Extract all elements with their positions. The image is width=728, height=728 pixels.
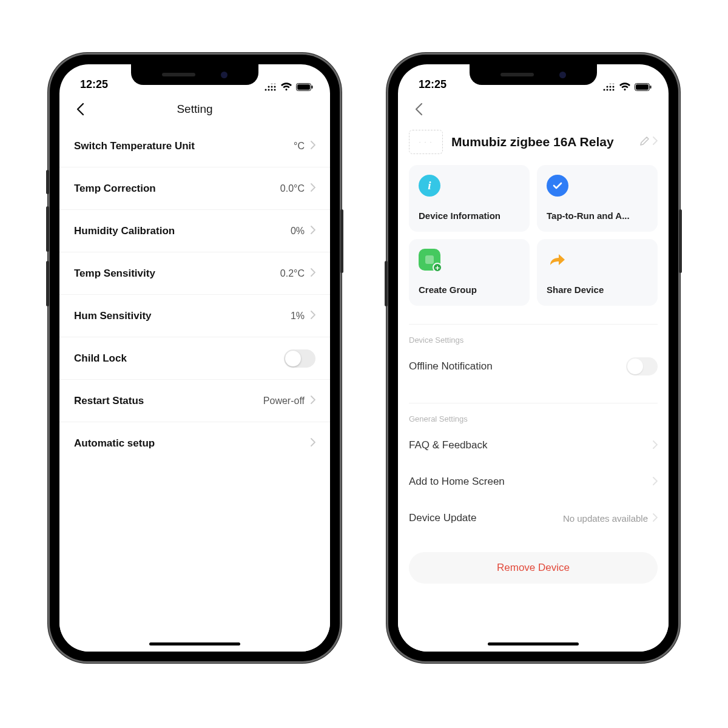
home-indicator[interactable] <box>149 642 240 645</box>
svg-point-0 <box>265 89 267 90</box>
row-value: 0.0°C <box>280 183 305 194</box>
svg-point-1 <box>268 89 270 90</box>
battery-icon <box>635 83 652 91</box>
nav-bar: Setting <box>59 93 330 125</box>
chevron-right-icon <box>311 141 315 152</box>
row-child-lock: Child Lock <box>59 337 330 380</box>
svg-point-6 <box>274 86 276 87</box>
status-time: 12:25 <box>419 78 447 91</box>
general-settings-section: General Settings FAQ & Feedback Add to H… <box>409 403 658 536</box>
row-add-home-screen[interactable]: Add to Home Screen <box>409 463 658 500</box>
home-indicator[interactable] <box>488 642 579 645</box>
svg-point-15 <box>613 89 615 90</box>
svg-point-20 <box>610 83 612 85</box>
row-restart-status[interactable]: Restart Status Power-off <box>59 380 330 422</box>
svg-rect-10 <box>297 84 310 90</box>
row-label: Hum Sensitivity <box>74 310 152 322</box>
row-device-update[interactable]: Device Update No updates available <box>409 500 658 536</box>
tile-create-group[interactable]: + Create Group <box>409 239 530 306</box>
child-lock-toggle[interactable] <box>284 349 315 368</box>
row-humidity-calibration[interactable]: Humidity Calibration 0% <box>59 210 330 252</box>
chevron-right-icon <box>311 183 315 194</box>
phone-frame-left: 12:25 Setting Switch Temperature <box>50 55 340 661</box>
chevron-right-icon <box>653 136 658 147</box>
offline-notification-toggle[interactable] <box>626 357 658 376</box>
svg-point-17 <box>610 86 612 87</box>
settings-list: Switch Temperature Unit °C Temp Correcti… <box>59 125 330 652</box>
chevron-right-icon <box>653 513 658 524</box>
notch <box>131 64 258 85</box>
row-offline-notification: Offline Notification <box>409 348 658 385</box>
row-label: Add to Home Screen <box>409 476 505 488</box>
svg-rect-22 <box>636 84 649 90</box>
group-icon: + <box>419 249 440 271</box>
wifi-icon <box>619 83 631 91</box>
phone-frame-right: 12:25 · · · Mumubiz zigbee 16A <box>388 55 678 661</box>
tile-label: Device Information <box>419 211 520 221</box>
chevron-right-icon <box>311 268 315 279</box>
section-header: General Settings <box>409 414 658 423</box>
row-hum-sensitivity[interactable]: Hum Sensitivity 1% <box>59 295 330 337</box>
tile-label: Create Group <box>419 285 520 295</box>
section-header: Device Settings <box>409 335 658 345</box>
device-settings-section: Device Settings Offline Notification <box>409 324 658 385</box>
tile-label: Share Device <box>547 285 648 295</box>
svg-rect-23 <box>650 86 652 89</box>
row-value: °C <box>294 141 305 152</box>
row-temp-sensitivity[interactable]: Temp Sensitivity 0.2°C <box>59 252 330 295</box>
row-value: 1% <box>291 311 305 322</box>
check-badge-icon <box>547 175 568 197</box>
status-time: 12:25 <box>80 78 108 91</box>
device-header: · · · Mumubiz zigbee 16A Relay <box>409 125 658 165</box>
wifi-icon <box>280 83 292 91</box>
svg-point-16 <box>607 86 608 87</box>
action-tiles: i Device Information Tap-to-Run and A...… <box>409 165 658 306</box>
svg-rect-24 <box>425 255 434 264</box>
row-label: Temp Sensitivity <box>74 268 155 280</box>
row-temp-correction[interactable]: Temp Correction 0.0°C <box>59 167 330 210</box>
row-value: 0% <box>291 226 305 237</box>
chevron-right-icon <box>311 396 315 406</box>
svg-point-12 <box>604 89 605 90</box>
chevron-right-icon <box>311 438 315 449</box>
svg-point-13 <box>607 89 608 90</box>
edit-icon[interactable] <box>639 135 650 149</box>
row-label: Humidity Calibration <box>74 225 175 237</box>
row-value: Power-off <box>263 396 305 406</box>
info-icon: i <box>419 175 440 197</box>
row-value: 0.2°C <box>280 268 305 279</box>
row-label: Temp Correction <box>74 183 156 195</box>
svg-point-8 <box>271 83 273 85</box>
svg-point-4 <box>268 86 270 87</box>
row-label: Device Update <box>409 512 477 524</box>
tile-device-information[interactable]: i Device Information <box>409 165 530 232</box>
row-label: Child Lock <box>74 352 127 365</box>
row-switch-temp-unit[interactable]: Switch Temperature Unit °C <box>59 125 330 167</box>
svg-point-18 <box>613 86 615 87</box>
chevron-right-icon <box>653 440 658 451</box>
remove-device-button[interactable]: Remove Device <box>409 552 658 584</box>
row-label: FAQ & Feedback <box>409 439 487 451</box>
tile-share-device[interactable]: Share Device <box>537 239 658 306</box>
row-automatic-setup[interactable]: Automatic setup <box>59 422 330 465</box>
svg-point-14 <box>610 89 612 90</box>
share-icon <box>547 249 568 271</box>
chevron-right-icon <box>653 477 658 487</box>
row-value: No updates available <box>563 513 648 524</box>
svg-rect-11 <box>312 86 313 89</box>
row-label: Offline Notification <box>409 360 493 372</box>
back-button[interactable] <box>72 101 89 118</box>
row-label: Restart Status <box>74 395 144 407</box>
back-button[interactable] <box>410 101 427 118</box>
row-label: Automatic setup <box>74 437 155 450</box>
tile-label: Tap-to-Run and A... <box>547 211 648 221</box>
chevron-right-icon <box>311 226 315 237</box>
row-label: Switch Temperature Unit <box>74 140 195 152</box>
svg-point-7 <box>274 83 276 85</box>
battery-icon <box>296 83 313 91</box>
tile-tap-to-run[interactable]: Tap-to-Run and A... <box>537 165 658 232</box>
chevron-right-icon <box>311 311 315 322</box>
cellular-icon <box>265 83 277 91</box>
svg-point-2 <box>271 89 273 90</box>
row-faq-feedback[interactable]: FAQ & Feedback <box>409 427 658 463</box>
